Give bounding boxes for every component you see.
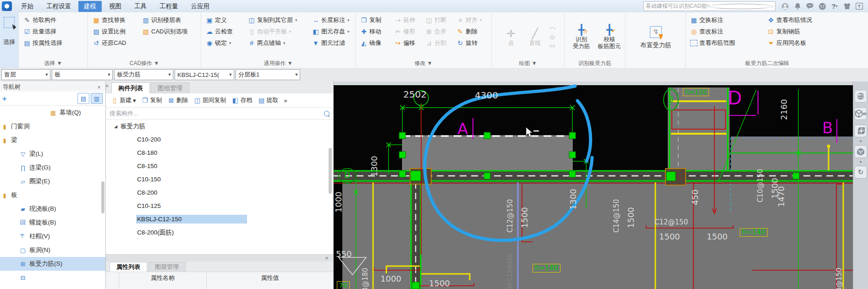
circle-tool-icon[interactable]: ⊙ bbox=[549, 33, 556, 41]
share-icon[interactable] bbox=[855, 2, 863, 11]
offset-button[interactable]: ↪偏移 bbox=[392, 37, 423, 49]
component-item-C8-200(面筋)[interactable]: C8-200(面筋) bbox=[106, 226, 333, 239]
component-group-header[interactable]: ◢板受力筋 bbox=[106, 120, 333, 133]
mirror-button[interactable]: ◭镜像 bbox=[358, 37, 392, 49]
auto-align-slab-button[interactable]: ▯自动平齐板▾ bbox=[246, 26, 310, 37]
group-label-draw[interactable]: 绘图 ▼ bbox=[492, 60, 564, 68]
3d-view-button[interactable]: 3D bbox=[854, 107, 867, 120]
copy-button[interactable]: ❐复制 bbox=[358, 14, 392, 26]
trim-button[interactable]: ✂修剪 bbox=[392, 26, 423, 37]
component-item-C10-200[interactable]: C10-200 bbox=[106, 133, 333, 146]
break-button[interactable]: ◫打断 bbox=[423, 14, 455, 26]
menu-tab-工具[interactable]: 工具 bbox=[129, 1, 152, 12]
properties-close-button[interactable]: × bbox=[323, 255, 330, 262]
component-item-C8-200[interactable]: C8-200 bbox=[106, 186, 333, 199]
nav-item-幕墙(Q)[interactable]: ▦幕墙(Q) bbox=[0, 106, 105, 120]
tab-drawing-manage[interactable]: 图纸管理 bbox=[151, 82, 189, 93]
component-toolbar-层间复制[interactable]: ◫层间复制 bbox=[192, 96, 229, 104]
menu-tab-工程设置[interactable]: 工程设置 bbox=[41, 1, 77, 12]
save-element-button[interactable]: ◧图元存盘▾ bbox=[310, 26, 352, 37]
component-item-C10-125[interactable]: C10-125 bbox=[106, 199, 333, 213]
view-more-arrow[interactable]: ▾ bbox=[860, 160, 862, 164]
lock-button[interactable]: ◉锁定▾ bbox=[204, 37, 246, 49]
line-tool-button[interactable]: ╱ 直线 bbox=[524, 14, 546, 60]
group-label-identify[interactable]: 识别板受力筋 bbox=[565, 60, 625, 68]
component-toolbar-删除[interactable]: ⊠删除 bbox=[165, 96, 191, 104]
group-label-common[interactable]: 通用操作 ▼ bbox=[201, 60, 355, 68]
nav-item-板[interactable]: ▮板 bbox=[0, 188, 105, 202]
nav-item-clipped[interactable]: ⊟ bbox=[0, 271, 105, 284]
menu-tab-云应用[interactable]: 云应用 bbox=[186, 1, 215, 12]
group-label-select[interactable]: 选择 ▼ bbox=[19, 60, 88, 68]
arrange-rebar-button[interactable]: ↯ 布置受力筋 bbox=[631, 26, 681, 49]
menu-tab-开始[interactable]: 开始 bbox=[16, 1, 39, 12]
find-replace-button[interactable]: ▦查找替换 bbox=[91, 14, 140, 26]
view-rebar-status-button[interactable]: ✥查看布筋情况 bbox=[765, 14, 814, 26]
define-button[interactable]: ▣定义 bbox=[204, 14, 246, 26]
chat-icon[interactable] bbox=[806, 2, 814, 11]
nav-item-现浇板(B)[interactable]: ▰现浇板(B) bbox=[0, 202, 105, 216]
identify-rebar-button[interactable]: ╋◎ 识别受力筋 bbox=[567, 14, 595, 60]
tab-property-list[interactable]: 属性列表 bbox=[110, 262, 147, 272]
arc-tool-icon[interactable]: ◠ bbox=[549, 25, 556, 33]
component-toolbar-新建[interactable]: ▯新建▾ bbox=[109, 96, 138, 104]
component-item-C8-180[interactable]: C8-180 bbox=[106, 146, 333, 159]
nav-item-圈梁(E)[interactable]: ▱圈梁(E) bbox=[0, 174, 105, 188]
merge-button[interactable]: ⊞合并 bbox=[423, 26, 455, 37]
wire-view-button[interactable] bbox=[854, 125, 867, 137]
help-search-box[interactable]: 基础建模可以识别CAD图中的独基和承台吗? bbox=[643, 1, 775, 11]
rectangle-tool-icon[interactable]: ▭ bbox=[549, 42, 556, 49]
search-icon[interactable] bbox=[324, 111, 330, 116]
rotate-button[interactable]: ↻旋转 bbox=[455, 37, 484, 49]
component-item-C10-150[interactable]: C10-150 bbox=[106, 173, 333, 186]
pick-component-button[interactable]: ✎拾取构件 bbox=[22, 14, 64, 26]
tab-layer-manage[interactable]: 图层管理 bbox=[148, 262, 186, 272]
nav-item-门窗洞[interactable]: ▮门窗洞 bbox=[0, 120, 105, 133]
component-toolbar-»[interactable]: » bbox=[282, 97, 290, 104]
nav-item-梁(L)[interactable]: ▽梁(L) bbox=[0, 147, 105, 161]
select-tool-button[interactable]: 选择 bbox=[0, 12, 19, 68]
selector-combo-4[interactable]: 分层板1▼ bbox=[236, 69, 300, 80]
nav-cardview-button[interactable]: ▥ bbox=[91, 93, 103, 104]
align-button[interactable]: ≡对齐▾ bbox=[455, 14, 484, 26]
group-label-modify[interactable]: 修改 ▼ bbox=[356, 60, 491, 68]
restore-cad-button[interactable]: ↺还原CAD bbox=[91, 37, 140, 49]
assistant-icon[interactable] bbox=[818, 2, 826, 11]
group-label-cad[interactable]: CAD操作 ▼ bbox=[88, 60, 201, 68]
component-toolbar-存档[interactable]: ◧存档 bbox=[230, 96, 255, 104]
nav-scrollbar[interactable] bbox=[101, 181, 104, 213]
view-more-arrow[interactable]: ▾ bbox=[860, 139, 862, 143]
tab-component-list[interactable]: 构件列表 bbox=[111, 82, 150, 93]
nav-item-板受力筋(S)[interactable]: ⊞板受力筋(S) bbox=[0, 257, 105, 271]
component-item-C8-150[interactable]: C8-150 bbox=[106, 159, 333, 173]
check-rebar-button[interactable]: ╋✔ 校核板筋图元 bbox=[595, 14, 623, 60]
bell-icon[interactable] bbox=[793, 2, 802, 11]
element-filter-button[interactable]: ▼图元过滤 bbox=[310, 37, 352, 49]
select-by-property-button[interactable]: ▤按属性选择 bbox=[22, 37, 64, 49]
move-button[interactable]: ✚移动 bbox=[358, 26, 392, 37]
copy-to-other-floor-button[interactable]: ◫复制到其它层▾ bbox=[246, 14, 310, 26]
selector-combo-2[interactable]: 板受力筋▼ bbox=[114, 69, 173, 80]
point-tool-button[interactable]: ✛ 点 bbox=[501, 14, 521, 60]
cad-identify-options-button[interactable]: ▧CAD识别选项 bbox=[140, 26, 189, 37]
solid-view-button[interactable] bbox=[854, 145, 867, 158]
component-scrollbar[interactable] bbox=[329, 148, 332, 194]
two-point-axis-button[interactable]: #两点辅轴▾ bbox=[246, 37, 310, 49]
length-dimension-button[interactable]: ↔长度标注▾ bbox=[310, 14, 352, 26]
rotate-view-button[interactable]: ↻ bbox=[854, 166, 867, 179]
set-scale-button[interactable]: ▨设置比例 bbox=[91, 26, 140, 37]
menu-tab-工程量[interactable]: 工程量 bbox=[154, 1, 184, 12]
nav-item-板洞(N)[interactable]: ▢板洞(N) bbox=[0, 243, 105, 257]
identify-floor-table-button[interactable]: ▥识别楼层表 bbox=[140, 14, 189, 26]
component-toolbar-复制[interactable]: ❐复制 bbox=[139, 96, 165, 104]
search-icon[interactable] bbox=[709, 4, 773, 9]
avatar-icon[interactable] bbox=[781, 2, 789, 11]
delete-button[interactable]: ✎删除 bbox=[455, 26, 484, 37]
nav-item-连梁(G)[interactable]: ∏连梁(G) bbox=[0, 161, 105, 174]
cad-canvas[interactable]: 2502430013001300100055010001500C12@15015… bbox=[334, 82, 853, 289]
nav-item-柱帽(V)[interactable]: 〒柱帽(V) bbox=[0, 229, 105, 243]
component-item-KBSLJ-C12-150[interactable]: KBSLJ-C12-150 bbox=[106, 213, 333, 226]
component-search-box[interactable]: 搜索构件... bbox=[106, 108, 333, 120]
extend-button[interactable]: ⇢延伸 bbox=[392, 14, 423, 26]
nav-listview-button[interactable]: ▤ bbox=[77, 93, 89, 104]
